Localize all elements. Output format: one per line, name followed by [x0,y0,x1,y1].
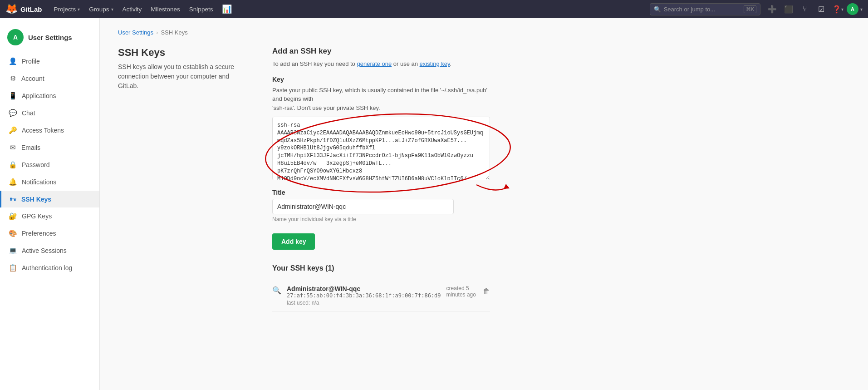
sidebar: A User Settings 👤 Profile ⚙ Account 📱 Ap… [0,18,100,390]
key-field-group: Key Paste your public SSH key, which is … [272,76,490,182]
breadcrumb: User Settings › SSH Keys [118,29,490,36]
ssh-keys-icon: 🗝 [9,195,17,203]
projects-chevron-icon: ▾ [78,7,80,12]
sidebar-item-active-sessions[interactable]: 💻 Active Sessions [0,242,99,259]
key-textarea-wrapper: ssh-rsa AAAAB3NzaC1yc2EAAAADAQABAAABAQDZ… [272,117,490,182]
account-icon: ⚙ [9,74,17,83]
nav-snippets[interactable]: Snippets [185,0,218,18]
sidebar-item-ssh-keys[interactable]: 🗝 SSH Keys [0,191,99,207]
gpg-keys-icon: 🔐 [9,212,17,220]
generate-one-link[interactable]: generate one [357,60,392,67]
active-sessions-icon: 💻 [9,247,17,255]
sidebar-avatar: A [7,29,24,45]
sidebar-item-applications[interactable]: 📱 Applications [0,87,99,104]
emails-icon: ✉ [9,143,17,152]
terminal-icon-btn[interactable]: ⬛ [781,2,796,16]
sidebar-header: A User Settings [0,25,99,53]
password-icon: 🔒 [9,161,17,169]
ssh-keys-list-heading: Your SSH keys (1) [272,264,490,272]
todo-icon-btn[interactable]: ☑ [814,2,829,16]
nav-milestones[interactable]: Milestones [146,0,185,18]
key-textarea[interactable]: ssh-rsa AAAAB3NzaC1yc2EAAAADAQABAAABAQDZ… [272,117,490,180]
existing-key-link[interactable]: existing key [420,60,450,67]
title-hint: Name your individual key via a title [272,216,490,222]
sidebar-item-auth-log[interactable]: 📋 Authentication log [0,259,99,276]
search-shortcut: ⌘K [744,5,756,13]
ssh-keys-list: Your SSH keys (1) 🔍 Administrator@WIN-qq… [272,264,490,312]
plus-icon-btn[interactable]: ➕ [765,2,780,16]
user-menu[interactable]: A ▾ [847,3,863,15]
chat-icon: 💬 [9,109,17,117]
gitlab-logo[interactable]: 🦊 GitLab [5,3,42,15]
key-magnify-icon: 🔍 [272,286,281,295]
groups-chevron-icon: ▾ [111,7,113,12]
topnav-right-section: 🔍 ⌘K ➕ ⬛ ⑂ ☑ ❓▾ A ▾ [650,2,863,16]
sidebar-item-preferences[interactable]: 🎨 Preferences [0,225,99,242]
sidebar-nav: 👤 Profile ⚙ Account 📱 Applications 💬 Cha… [0,53,99,276]
sidebar-item-chat[interactable]: 💬 Chat [0,104,99,122]
user-chevron-icon: ▾ [860,7,863,12]
nav-graph-icon-btn[interactable]: 📊 [217,0,236,18]
ssh-key-lastused: last used: n/a [287,300,441,306]
search-input[interactable] [664,6,741,13]
auth-log-icon: 📋 [9,264,17,272]
key-label: Key [272,76,490,83]
search-bar[interactable]: 🔍 ⌘K [650,3,760,15]
breadcrumb-parent-link[interactable]: User Settings [118,29,153,36]
ssh-key-info: Administrator@WIN-qqc 27:af:55:ab:00:f4:… [287,285,441,306]
sidebar-title: User Settings [28,34,72,41]
nav-groups[interactable]: Groups ▾ [84,0,118,18]
add-key-button[interactable]: Add key [272,233,315,250]
ssh-key-created: created 5 minutes ago [446,285,479,298]
applications-icon: 📱 [9,92,17,100]
access-tokens-icon: 🔑 [9,126,17,134]
title-input[interactable] [272,199,454,214]
key-description: Paste your public SSH key, which is usua… [272,86,490,113]
nav-activity[interactable]: Activity [118,0,147,18]
title-field-group: Title Name your individual key via a tit… [272,189,490,222]
breadcrumb-current: SSH Keys [161,29,187,36]
ssh-key-delete-button[interactable]: 🗑 [483,287,490,296]
table-row: 🔍 Administrator@WIN-qqc 27:af:55:ab:00:f… [272,280,490,312]
add-key-intro: To add an SSH key you need to generate o… [272,59,490,69]
profile-icon: 👤 [9,57,17,65]
ssh-key-meta: created 5 minutes ago 🗑 [446,285,490,298]
ssh-key-name: Administrator@WIN-qqc [287,285,441,292]
help-chevron-icon: ▾ [841,7,843,12]
gitlab-wordmark: GitLab [20,5,42,13]
merge-request-icon-btn[interactable]: ⑂ [798,2,812,16]
nav-projects[interactable]: Projects ▾ [49,0,85,18]
sidebar-item-notifications[interactable]: 🔔 Notifications [0,173,99,191]
sidebar-item-access-tokens[interactable]: 🔑 Access Tokens [0,122,99,139]
sidebar-item-profile[interactable]: 👤 Profile [0,53,99,70]
user-avatar: A [847,3,858,15]
page-title: SSH Keys [118,47,245,59]
help-icon-btn[interactable]: ❓▾ [830,2,845,16]
preferences-icon: 🎨 [9,229,17,237]
search-icon: 🔍 [654,6,661,13]
sidebar-item-account[interactable]: ⚙ Account [0,70,99,87]
top-navigation: 🦊 GitLab Projects ▾ Groups ▾ Activity Mi… [0,0,868,18]
add-ssh-key-heading: Add an SSH key [272,47,490,56]
notifications-icon: 🔔 [9,178,17,186]
sidebar-item-emails[interactable]: ✉ Emails [0,139,99,156]
title-label: Title [272,189,490,196]
gitlab-icon: 🦊 [5,3,18,15]
main-content: User Settings › SSH Keys SSH Keys SSH ke… [100,18,508,390]
sidebar-item-gpg-keys[interactable]: 🔐 GPG Keys [0,207,99,225]
breadcrumb-separator: › [156,29,158,36]
page-description: SSH keys allow you to establish a secure… [118,62,245,91]
ssh-key-fingerprint: 27:af:55:ab:00:f4:3b:3a:36:68:1f:a9:00:7… [287,292,441,299]
sidebar-item-password[interactable]: 🔒 Password [0,156,99,173]
